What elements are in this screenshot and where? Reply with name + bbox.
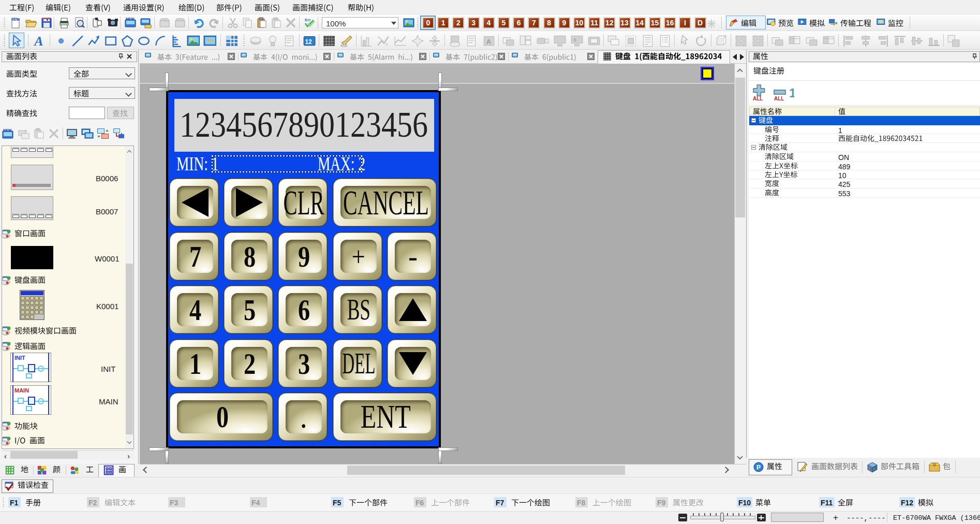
svg-text:P: P (756, 464, 761, 471)
svg-text:A: A (486, 38, 492, 46)
svg-text:NEW: NEW (126, 17, 135, 21)
svg-text:A: A (33, 34, 43, 47)
svg-text:6: 6 (574, 37, 576, 42)
svg-text:ALL: ALL (753, 96, 763, 101)
svg-text:NEW: NEW (3, 128, 12, 132)
svg-text:Err: Err (305, 18, 311, 22)
svg-text:12: 12 (305, 38, 312, 46)
svg-text:1: 1 (789, 86, 794, 100)
svg-text:NEW: NEW (11, 18, 20, 21)
svg-text:ALL: ALL (774, 96, 784, 101)
